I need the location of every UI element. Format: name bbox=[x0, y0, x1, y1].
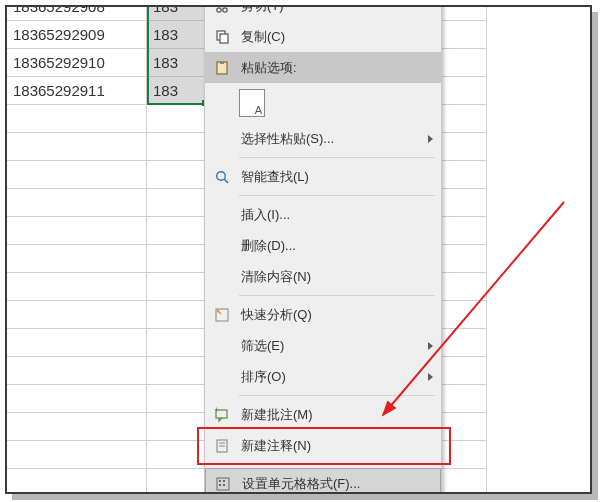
menu-new-threaded-comment[interactable]: + 新建批注(M) bbox=[205, 399, 441, 430]
copy-icon bbox=[211, 26, 233, 48]
menu-label: 复制(C) bbox=[241, 28, 433, 46]
separator bbox=[239, 157, 435, 158]
menu-label: 清除内容(N) bbox=[241, 268, 433, 286]
menu-paste-special[interactable]: 选择性粘贴(S)... bbox=[205, 123, 441, 154]
note-add-icon bbox=[211, 435, 233, 457]
menu-smart-lookup[interactable]: 智能查找(L) bbox=[205, 161, 441, 192]
menu-label: 新建批注(M) bbox=[241, 406, 433, 424]
svg-text:+: + bbox=[214, 407, 219, 415]
context-menu: 剪切(T) 复制(C) 粘贴选项: 选择性粘贴(S)... bbox=[204, 5, 442, 494]
separator bbox=[239, 195, 435, 196]
search-icon bbox=[211, 166, 233, 188]
svg-rect-17 bbox=[219, 484, 221, 486]
menu-label: 粘贴选项: bbox=[241, 59, 433, 77]
cell-a3[interactable]: 18365292910 bbox=[7, 49, 147, 77]
quick-analysis-icon bbox=[211, 304, 233, 326]
menu-label: 智能查找(L) bbox=[241, 168, 433, 186]
comment-add-icon: + bbox=[211, 404, 233, 426]
separator bbox=[239, 395, 435, 396]
menu-label: 选择性粘贴(S)... bbox=[241, 130, 422, 148]
cell-b4[interactable]: 183 bbox=[147, 77, 207, 105]
svg-rect-18 bbox=[223, 484, 225, 486]
svg-rect-3 bbox=[220, 34, 228, 43]
chevron-right-icon bbox=[428, 135, 433, 143]
menu-sort[interactable]: 排序(O) bbox=[205, 361, 441, 392]
separator bbox=[239, 464, 435, 465]
menu-label: 删除(D)... bbox=[241, 237, 433, 255]
svg-point-6 bbox=[217, 171, 226, 180]
chevron-right-icon bbox=[428, 342, 433, 350]
svg-line-7 bbox=[224, 179, 228, 183]
scissors-icon bbox=[211, 5, 233, 17]
clipboard-icon bbox=[211, 57, 233, 79]
cell-a1[interactable]: 18365292908 bbox=[7, 5, 147, 21]
svg-point-1 bbox=[223, 7, 227, 11]
menu-copy[interactable]: 复制(C) bbox=[205, 21, 441, 52]
svg-rect-15 bbox=[219, 480, 221, 482]
menu-filter[interactable]: 筛选(E) bbox=[205, 330, 441, 361]
format-cells-icon bbox=[212, 473, 234, 495]
menu-insert[interactable]: 插入(I)... bbox=[205, 199, 441, 230]
menu-label: 设置单元格格式(F)... bbox=[242, 475, 432, 493]
menu-label: 快速分析(Q) bbox=[241, 306, 433, 324]
menu-new-note[interactable]: 新建注释(N) bbox=[205, 430, 441, 461]
separator bbox=[239, 295, 435, 296]
menu-delete[interactable]: 删除(D)... bbox=[205, 230, 441, 261]
svg-point-0 bbox=[217, 7, 221, 11]
menu-label: 新建注释(N) bbox=[241, 437, 433, 455]
menu-paste-options[interactable]: 粘贴选项: bbox=[205, 52, 441, 83]
menu-cut[interactable]: 剪切(T) bbox=[205, 5, 441, 21]
menu-label: 插入(I)... bbox=[241, 206, 433, 224]
svg-rect-5 bbox=[220, 61, 224, 64]
chevron-right-icon bbox=[428, 373, 433, 381]
cell-a2[interactable]: 18365292909 bbox=[7, 21, 147, 49]
menu-label: 筛选(E) bbox=[241, 337, 422, 355]
svg-rect-16 bbox=[223, 480, 225, 482]
menu-label: 剪切(T) bbox=[241, 5, 433, 15]
menu-format-cells[interactable]: 设置单元格格式(F)... bbox=[205, 468, 441, 494]
cell-b2[interactable]: 183 bbox=[147, 21, 207, 49]
menu-label: 排序(O) bbox=[241, 368, 422, 386]
menu-clear[interactable]: 清除内容(N) bbox=[205, 261, 441, 292]
cell-a4[interactable]: 18365292911 bbox=[7, 77, 147, 105]
menu-quick-analysis[interactable]: 快速分析(Q) bbox=[205, 299, 441, 330]
cell-b3[interactable]: 183 bbox=[147, 49, 207, 77]
paste-option-clipboard-icon[interactable] bbox=[239, 89, 265, 117]
cell-b1[interactable]: 183 bbox=[147, 5, 207, 21]
